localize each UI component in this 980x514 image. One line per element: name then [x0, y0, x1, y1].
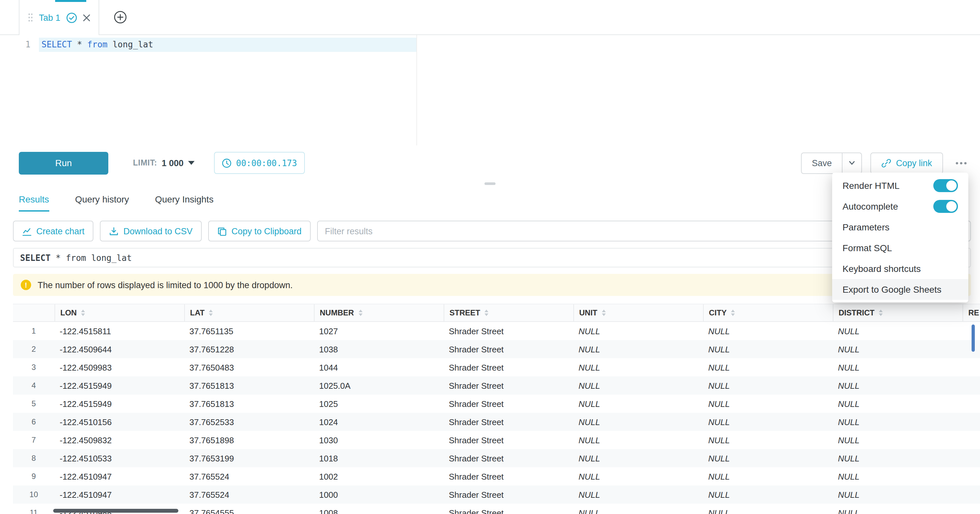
tab-tab-1[interactable]: Tab 1: [19, 0, 99, 35]
close-tab-icon[interactable]: [83, 14, 90, 21]
timer-value: 00:00:00.173: [236, 158, 297, 168]
table-cell: NULL: [573, 435, 703, 445]
table-cell: NULL: [573, 326, 703, 336]
table-cell: -122.4510533: [54, 453, 184, 463]
table-cell: Shrader Street: [444, 471, 573, 481]
table-row[interactable]: 10-122.451094737.7655241000Shrader Stree…: [13, 485, 980, 504]
table-cell: 37.7651813: [184, 381, 314, 390]
menu-item-render-html[interactable]: Render HTML: [832, 175, 968, 196]
menu-item-label: Render HTML: [843, 180, 900, 191]
table-cell: NULL: [833, 490, 963, 500]
create-chart-button[interactable]: Create chart: [13, 221, 94, 241]
table-cell: -122.4510947: [54, 490, 184, 500]
table-cell: NULL: [573, 362, 703, 372]
sort-icon[interactable]: [209, 310, 213, 316]
vertical-scrollbar-thumb[interactable]: [972, 324, 975, 352]
table-cell: 1030: [314, 435, 444, 445]
table-cell: NULL: [703, 417, 833, 427]
column-header-number[interactable]: NUMBER: [314, 304, 444, 321]
horizontal-scrollbar-thumb[interactable]: [53, 509, 178, 513]
column-header-street[interactable]: STREET: [444, 304, 573, 321]
table-cell: NULL: [833, 471, 963, 481]
sort-icon[interactable]: [81, 310, 85, 316]
table-row[interactable]: 8-122.451053337.76531991018Shrader Stree…: [13, 449, 980, 467]
table-cell: -122.4515949: [54, 399, 184, 409]
sort-icon[interactable]: [731, 310, 735, 316]
sql-editor[interactable]: 1 SELECT * from long_lat: [0, 35, 980, 145]
table-row[interactable]: 7-122.450983237.76518981030Shrader Stree…: [13, 431, 980, 449]
column-header-lon[interactable]: LON: [54, 304, 184, 321]
table-cell: -122.4515949: [54, 381, 184, 390]
save-button[interactable]: Save: [801, 152, 843, 174]
table-row[interactable]: 1-122.451581137.76511351027Shrader Stree…: [13, 322, 980, 340]
toggle-switch[interactable]: [933, 179, 958, 192]
save-split-button: Save: [801, 152, 862, 174]
table-cell: 1027: [314, 326, 444, 336]
ellipsis-icon: [955, 161, 967, 164]
table-cell: 37.7651813: [184, 399, 314, 409]
query-success-icon: [66, 12, 77, 23]
row-number: 5: [13, 399, 54, 408]
sort-icon[interactable]: [358, 310, 362, 316]
table-cell: 37.7653199: [184, 453, 314, 463]
results-table-body: 1-122.451581137.76511351027Shrader Stree…: [13, 322, 980, 514]
menu-item-label: Autocomplete: [843, 201, 898, 212]
column-header-city[interactable]: CITY: [703, 304, 833, 321]
sort-icon[interactable]: [879, 310, 883, 316]
table-cell: 1000: [314, 490, 444, 500]
table-cell: NULL: [573, 490, 703, 500]
menu-item-autocomplete[interactable]: Autocomplete: [832, 196, 968, 217]
table-row[interactable]: 9-122.451094737.7655241002Shrader Street…: [13, 467, 980, 485]
tab-query-insights[interactable]: Query Insights: [155, 194, 214, 212]
download-icon: [109, 226, 119, 236]
column-header-re[interactable]: RE: [963, 304, 980, 321]
download-csv-button[interactable]: Download to CSV: [100, 221, 202, 241]
add-tab-button[interactable]: [113, 10, 127, 24]
menu-item-parameters[interactable]: Parameters: [832, 217, 968, 238]
toggle-switch[interactable]: [933, 200, 958, 213]
copy-icon: [217, 226, 227, 236]
table-cell: NULL: [703, 381, 833, 390]
table-cell: NULL: [833, 362, 963, 372]
column-header-district[interactable]: DISTRICT: [833, 304, 963, 321]
column-header-lat[interactable]: LAT: [184, 304, 314, 321]
table-cell: Shrader Street: [444, 344, 573, 354]
column-label: LAT: [190, 308, 205, 318]
table-cell: NULL: [703, 362, 833, 372]
menu-item-export-to-google-sheets[interactable]: Export to Google Sheets: [832, 279, 968, 300]
table-row[interactable]: 6-122.451015637.76525331024Shrader Stree…: [13, 413, 980, 431]
table-cell: Shrader Street: [444, 362, 573, 372]
table-row[interactable]: 2-122.450964437.76512281038Shrader Stree…: [13, 340, 980, 358]
table-cell: NULL: [833, 435, 963, 445]
tab-results[interactable]: Results: [19, 194, 49, 212]
table-row[interactable]: 3-122.450998337.76504831044Shrader Stree…: [13, 358, 980, 377]
table-row[interactable]: 4-122.451594937.76518131025.0AShrader St…: [13, 377, 980, 394]
more-options-menu: Render HTMLAutocompleteParametersFormat …: [832, 172, 968, 302]
menu-item-keyboard-shortcuts[interactable]: Keyboard shortcuts: [832, 258, 968, 279]
tab-drag-handle-icon[interactable]: [28, 13, 33, 22]
chevron-down-icon: [849, 161, 855, 165]
row-number: 4: [13, 381, 54, 390]
table-header: LONLATNUMBERSTREETUNITCITYDISTRICTRE: [13, 304, 980, 322]
menu-item-format-sql[interactable]: Format SQL: [832, 238, 968, 258]
run-button[interactable]: Run: [19, 152, 108, 174]
sort-icon[interactable]: [485, 310, 489, 316]
table-cell: 37.7651898: [184, 435, 314, 445]
pane-resize-handle[interactable]: [485, 182, 495, 185]
more-options-button[interactable]: [951, 157, 971, 168]
row-number: 1: [13, 326, 54, 335]
table-cell: -122.4509832: [54, 435, 184, 445]
table-cell: NULL: [703, 435, 833, 445]
active-tab-indicator: [55, 0, 86, 2]
save-options-button[interactable]: [842, 152, 862, 174]
sort-icon[interactable]: [602, 310, 606, 316]
tab-query-history[interactable]: Query history: [75, 194, 129, 212]
limit-dropdown[interactable]: LIMIT: 1 000: [133, 158, 194, 168]
table-row[interactable]: 5-122.451594937.76518131025Shrader Stree…: [13, 394, 980, 413]
copy-link-button[interactable]: Copy link: [871, 152, 943, 174]
column-header-unit[interactable]: UNIT: [573, 304, 703, 321]
table-cell: -122.4510156: [54, 417, 184, 427]
copy-clipboard-button[interactable]: Copy to Clipboard: [208, 221, 311, 241]
table-cell: 37.7650483: [184, 362, 314, 372]
table-cell: Shrader Street: [444, 453, 573, 463]
